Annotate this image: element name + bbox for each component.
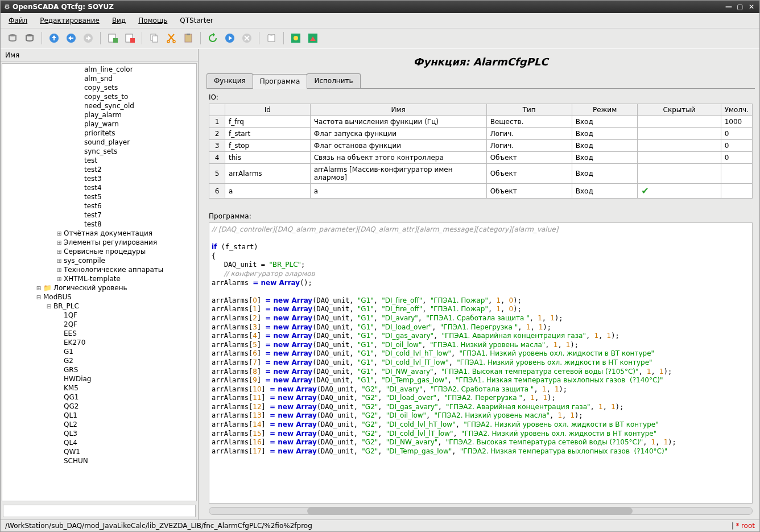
tree-item[interactable]: test bbox=[2, 156, 196, 165]
tree-item[interactable]: 1QF bbox=[2, 311, 196, 320]
tab-program[interactable]: Программа bbox=[253, 74, 308, 89]
table-row[interactable]: 2f_startФлаг запуска функцииЛогич.Вход0 bbox=[209, 128, 753, 140]
table-row[interactable]: 1f_frqЧастота вычисления функции (Гц)Вещ… bbox=[209, 116, 753, 128]
tree-label: Логический уровень bbox=[53, 284, 127, 292]
tree-item[interactable]: copy_sets_to bbox=[2, 92, 196, 101]
tree-item[interactable]: KM5 bbox=[2, 383, 196, 393]
tree-item[interactable]: ⊟ModBUS bbox=[2, 292, 196, 302]
tree-item[interactable]: test2 bbox=[2, 165, 196, 174]
table-row[interactable]: 6aaОбъектВход✔ bbox=[209, 184, 753, 199]
status-user[interactable]: root bbox=[741, 522, 755, 530]
nav-back-icon[interactable] bbox=[64, 31, 79, 46]
maximize-button[interactable]: ▢ bbox=[736, 2, 745, 11]
table-row[interactable]: 3f_stopФлаг останова функцииЛогич.Вход0 bbox=[209, 140, 753, 152]
svg-point-12 bbox=[173, 40, 175, 43]
tree-item[interactable]: play_warn bbox=[2, 119, 196, 129]
io-table[interactable]: Id Имя Тип Режим Скрытый Умолч. 1f_frqЧа… bbox=[209, 104, 753, 199]
tree-item[interactable]: QL3 bbox=[2, 429, 196, 438]
tree-item[interactable]: QL1 bbox=[2, 411, 196, 420]
tree-label: G1 bbox=[64, 348, 73, 356]
tree-view[interactable]: alm_line_coloralm_sndcopy_setscopy_sets_… bbox=[2, 63, 197, 501]
tree-toggle-icon[interactable]: ⊞ bbox=[35, 285, 42, 291]
delete-item-icon[interactable] bbox=[122, 31, 137, 46]
tree-item[interactable]: test7 bbox=[2, 211, 196, 220]
run-icon[interactable] bbox=[222, 31, 237, 46]
tree-item[interactable]: EES bbox=[2, 329, 196, 338]
tree-item[interactable]: test6 bbox=[2, 201, 196, 211]
tree-item[interactable]: test8 bbox=[2, 220, 196, 229]
tree-item[interactable]: GRS bbox=[2, 365, 196, 374]
tree-item[interactable]: SCHUN bbox=[2, 456, 196, 465]
close-button[interactable]: ✕ bbox=[747, 2, 756, 11]
tree-item[interactable]: ⊞Отчётная документация bbox=[2, 229, 196, 238]
tree-item[interactable]: G2 bbox=[2, 356, 196, 365]
tree-item[interactable]: QG2 bbox=[2, 402, 196, 411]
tree-item[interactable]: QL2 bbox=[2, 420, 196, 429]
code-editor[interactable]: // [DAQ_controller][DAQ_alarm_parameter]… bbox=[209, 222, 753, 504]
module2-icon[interactable] bbox=[305, 31, 320, 46]
menu-file[interactable]: Файл bbox=[6, 15, 30, 26]
paste-icon[interactable] bbox=[181, 31, 196, 46]
db-load-icon[interactable] bbox=[5, 31, 20, 46]
db-save-icon[interactable] bbox=[22, 31, 37, 46]
stop-icon[interactable] bbox=[239, 31, 254, 46]
tree-item[interactable]: test5 bbox=[2, 192, 196, 201]
copy-icon[interactable] bbox=[147, 31, 162, 46]
tree-item[interactable]: copy_sets bbox=[2, 83, 196, 92]
menu-edit[interactable]: Редактирование bbox=[38, 15, 102, 26]
tab-function[interactable]: Функция bbox=[206, 73, 253, 88]
tree-item[interactable]: EK270 bbox=[2, 338, 196, 347]
tree-item[interactable]: need_sync_old bbox=[2, 101, 196, 110]
tree-toggle-icon[interactable]: ⊞ bbox=[56, 249, 63, 255]
tree-toggle-icon[interactable]: ⊞ bbox=[56, 240, 63, 246]
tree-item[interactable]: sound_player bbox=[2, 138, 196, 147]
tree-item[interactable]: play_alarm bbox=[2, 110, 196, 119]
tree-item[interactable]: QL4 bbox=[2, 438, 196, 447]
refresh-icon[interactable] bbox=[205, 31, 220, 46]
tree-item[interactable]: ⊞Технологические аппараты bbox=[2, 265, 196, 274]
tree-toggle-icon[interactable]: ⊞ bbox=[56, 230, 63, 237]
tree-item[interactable]: test4 bbox=[2, 183, 196, 192]
tree-item[interactable]: QG1 bbox=[2, 393, 196, 402]
tree-item[interactable]: G1 bbox=[2, 347, 196, 356]
table-row[interactable]: 5arrAlarmsarrAlarms [Массив-конфигуратор… bbox=[209, 164, 753, 184]
tree-filter-input[interactable] bbox=[3, 505, 196, 517]
menu-view[interactable]: Вид bbox=[110, 15, 128, 26]
nav-up-icon[interactable] bbox=[47, 31, 61, 46]
tree-item[interactable]: alm_snd bbox=[2, 74, 196, 83]
nav-forward-icon[interactable] bbox=[81, 31, 96, 46]
manual-icon[interactable] bbox=[264, 31, 279, 46]
tree-label: test bbox=[84, 156, 97, 164]
tree-item[interactable]: ⊟BR_PLC bbox=[2, 302, 196, 311]
tree-item[interactable]: ⊞📁Логический уровень bbox=[2, 283, 196, 292]
tree-item[interactable]: ⊞Элементы регулирования bbox=[2, 238, 196, 247]
tree-item[interactable]: QW1 bbox=[2, 447, 196, 456]
tree-label: EK270 bbox=[64, 339, 85, 347]
tree-item[interactable]: 2QF bbox=[2, 320, 196, 329]
tree-item[interactable]: ⊞Сервисные процедуры bbox=[2, 247, 196, 256]
tree-label: test6 bbox=[84, 202, 102, 210]
menu-help[interactable]: Помощь bbox=[136, 15, 170, 26]
minimize-button[interactable]: — bbox=[724, 2, 733, 11]
tree-toggle-icon[interactable]: ⊞ bbox=[56, 276, 63, 282]
cut-icon[interactable] bbox=[164, 31, 179, 46]
tree-toggle-icon[interactable]: ⊟ bbox=[35, 294, 42, 300]
tree-item[interactable]: sync_sets bbox=[2, 147, 196, 156]
table-row[interactable]: 4thisСвязь на объект этого контроллераОб… bbox=[209, 152, 753, 164]
tree-item[interactable]: test3 bbox=[2, 174, 196, 183]
tree-label: SCHUN bbox=[64, 457, 88, 465]
menu-qtstarter[interactable]: QTStarter bbox=[177, 15, 215, 26]
folder-icon: 📁 bbox=[43, 284, 51, 292]
tree-toggle-icon[interactable]: ⊞ bbox=[56, 258, 63, 264]
tree-toggle-icon[interactable]: ⊞ bbox=[56, 267, 63, 273]
add-item-icon[interactable] bbox=[105, 31, 120, 46]
module1-icon[interactable] bbox=[288, 31, 303, 46]
tree-item[interactable]: prioritets bbox=[2, 129, 196, 138]
tree-item[interactable]: alm_line_color bbox=[2, 65, 196, 74]
tree-item[interactable]: ⊞XHTML-template bbox=[2, 274, 196, 283]
tree-item[interactable]: ⊞sys_compile bbox=[2, 256, 196, 265]
tree-item[interactable]: HWDiag bbox=[2, 374, 196, 383]
code-h-scrollbar[interactable] bbox=[209, 507, 753, 515]
tab-execute[interactable]: Исполнить bbox=[307, 73, 360, 88]
tree-toggle-icon[interactable]: ⊟ bbox=[46, 303, 52, 310]
